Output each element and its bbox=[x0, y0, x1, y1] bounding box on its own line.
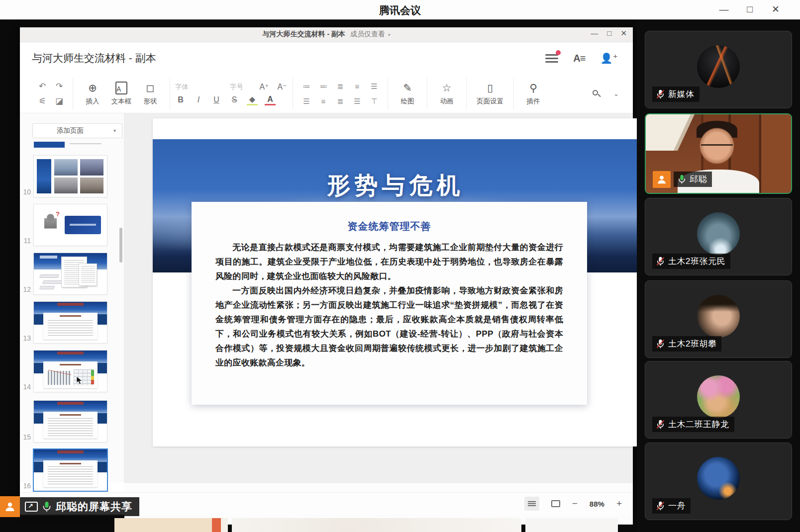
add-page-button[interactable]: 添加页面 ▾ bbox=[32, 123, 108, 138]
minimize-button[interactable]: — bbox=[717, 3, 730, 16]
eraser-button[interactable]: ◪ bbox=[55, 96, 63, 106]
slide-number: 12 bbox=[20, 285, 31, 293]
plugin-button[interactable]: ⚲ 插件 bbox=[519, 82, 548, 106]
notes-toggle-button[interactable] bbox=[524, 497, 539, 511]
participant-tile[interactable]: 一舟 bbox=[645, 443, 792, 520]
font-color-button[interactable]: A bbox=[265, 95, 276, 105]
card-title: 资金统筹管理不善 bbox=[215, 220, 563, 233]
redo-button[interactable]: ↷ bbox=[56, 81, 63, 91]
menu-icon[interactable] bbox=[545, 54, 558, 63]
doc-minimize-button[interactable]: — bbox=[591, 29, 598, 38]
participant-tile[interactable]: 土木二班王静龙 bbox=[645, 361, 792, 439]
zoom-out-button[interactable]: − bbox=[572, 498, 578, 509]
font-size-select[interactable]: 字号 bbox=[230, 83, 252, 91]
numbered-list-button[interactable]: ≕ bbox=[320, 82, 327, 91]
outdent-button[interactable]: ≣ bbox=[337, 82, 344, 91]
host-corner-badge bbox=[0, 496, 20, 517]
tencent-meeting-window: 腾讯会议 — □ ✕ 与河大师生交流材料 - 副本成员仅查看 ▾ — □ ✕ 与… bbox=[0, 0, 800, 532]
mic-muted-icon bbox=[656, 89, 665, 99]
line-spacing-button[interactable]: ☰ bbox=[371, 82, 377, 91]
italic-button[interactable]: I bbox=[193, 95, 204, 104]
share-collaborate-icon[interactable]: 👤⁺ bbox=[600, 52, 618, 64]
insert-button[interactable]: ⊕ 插入 bbox=[78, 82, 107, 106]
slide-number: 13 bbox=[20, 334, 31, 342]
strikethrough-button[interactable]: S bbox=[229, 95, 240, 104]
card-paragraph-1: 无论是直接占款模式还是商票支付模式，均需要建筑施工企业前期垫付大量的资金进行项目… bbox=[215, 240, 563, 283]
view-mode-label[interactable]: 成员仅查看 ▾ bbox=[350, 30, 390, 38]
slide-thumbnail-14[interactable]: 14 bbox=[34, 351, 107, 392]
shared-presentation-window: 与河大师生交流材料 - 副本成员仅查看 ▾ — □ ✕ 与河大师生交流材料 - … bbox=[20, 27, 633, 515]
doc-titlebar-title: 与河大师生交流材料 - 副本 bbox=[263, 30, 345, 38]
highlight-color-button[interactable]: ◆ bbox=[247, 94, 258, 105]
doc-titlebar-text: 与河大师生交流材料 - 副本成员仅查看 ▾ bbox=[20, 30, 633, 39]
plugin-icon: ⚲ bbox=[529, 82, 537, 94]
zoom-in-button[interactable]: + bbox=[616, 498, 622, 509]
mic-muted-icon bbox=[656, 339, 665, 349]
slide-thumbnail-11[interactable]: 11 ? bbox=[34, 204, 107, 246]
draw-button[interactable]: ✎ 绘图 bbox=[393, 82, 422, 106]
slide-thumbnail-16-selected[interactable]: 16 bbox=[34, 449, 107, 491]
doc-maximize-button[interactable]: □ bbox=[607, 29, 611, 38]
underline-button[interactable]: U bbox=[211, 95, 222, 104]
undo-button[interactable]: ↶ bbox=[39, 81, 46, 91]
slide-thumbnail-13[interactable]: 13 bbox=[34, 302, 107, 343]
slide-number: 15 bbox=[20, 433, 31, 441]
fit-slide-button[interactable] bbox=[551, 500, 560, 507]
participant-panel: 新媒体 邱聪 土木2班张元民 bbox=[637, 20, 800, 532]
slide-text-card[interactable]: 资金统筹管理不善 无论是直接占款模式还是商票支付模式，均需要建筑施工企业前期垫付… bbox=[192, 202, 587, 405]
participant-name: 土木二班王静龙 bbox=[668, 419, 729, 430]
current-slide[interactable]: 形势与危机 资金统筹管理不善 无论是直接占款模式还是商票支付模式，均需要建筑施工… bbox=[153, 118, 638, 446]
align-right-button[interactable]: ≣ bbox=[337, 97, 344, 106]
close-button[interactable]: ✕ bbox=[769, 3, 782, 16]
participant-tile[interactable]: 土木2班张元民 bbox=[645, 198, 792, 275]
slide-number: 14 bbox=[20, 383, 31, 391]
collapse-toolbar-icon[interactable]: ⌄ bbox=[613, 90, 619, 97]
add-page-caret[interactable]: ▾ bbox=[107, 123, 122, 138]
animation-button[interactable]: ☆ 动画 bbox=[432, 82, 461, 106]
thumbnail-scrollbar[interactable] bbox=[119, 228, 122, 263]
justify-button[interactable]: ☰ bbox=[354, 97, 360, 106]
doc-close-button[interactable]: ✕ bbox=[620, 29, 627, 38]
animation-icon: ☆ bbox=[442, 82, 452, 94]
draw-icon: ✎ bbox=[403, 82, 412, 94]
meeting-title: 腾讯会议 bbox=[0, 3, 800, 17]
slide-thumbnail-9-partial[interactable] bbox=[34, 142, 107, 149]
slide-thumbnail-10[interactable]: 10 bbox=[34, 156, 107, 197]
slide-number: 10 bbox=[20, 188, 31, 196]
shape-button[interactable]: ◻ 形状 bbox=[136, 82, 165, 106]
bold-button[interactable]: B bbox=[175, 95, 186, 104]
slide-canvas[interactable]: 形势与危机 资金统筹管理不善 无论是直接占款模式还是商票支付模式，均需要建筑施工… bbox=[124, 113, 633, 482]
doc-titlebar[interactable]: 与河大师生交流材料 - 副本成员仅查看 ▾ — □ ✕ bbox=[20, 27, 633, 42]
align-left-button[interactable]: ☰ bbox=[303, 97, 309, 106]
format-painter-button[interactable]: ⚟ bbox=[38, 96, 46, 106]
textbox-button[interactable]: A 文本框 bbox=[107, 82, 136, 106]
meeting-titlebar: 腾讯会议 — □ ✕ bbox=[0, 0, 800, 20]
text-direction-button[interactable]: ⊤ bbox=[371, 97, 377, 106]
participant-name: 新媒体 bbox=[668, 89, 695, 100]
desktop-peek bbox=[525, 518, 618, 532]
avatar bbox=[697, 457, 740, 500]
slide-thumbnail-12[interactable]: 12 bbox=[34, 253, 107, 294]
slide-thumbnail-panel: 添加页面 ▾ 10 11 ? 12 bbox=[20, 113, 124, 482]
font-family-select[interactable]: 字体 bbox=[175, 83, 223, 91]
slide-title: 形势与危机 bbox=[153, 170, 638, 201]
increase-font-button[interactable]: A⁺ bbox=[259, 82, 270, 91]
avatar bbox=[697, 295, 740, 338]
indent-button[interactable]: ≡ bbox=[355, 82, 360, 90]
textbox-icon: A bbox=[115, 82, 127, 94]
align-center-button[interactable]: ≡ bbox=[321, 97, 326, 105]
toolbar: ↶ ↷ ⚟ ◪ ⊕ 插入 A 文本框 ◻ 形状 bbox=[20, 75, 633, 113]
zoom-level[interactable]: 88% bbox=[590, 500, 604, 508]
page-setup-button[interactable]: ▯ 页面设置 bbox=[472, 82, 508, 106]
text-format-icon[interactable]: A≡ bbox=[573, 53, 585, 64]
slide-number: 16 bbox=[20, 482, 31, 490]
slide-thumbnail-15[interactable]: 15 bbox=[34, 401, 107, 442]
maximize-button[interactable]: □ bbox=[743, 3, 756, 16]
host-badge-icon bbox=[653, 171, 671, 188]
bullet-list-button[interactable]: ≔ bbox=[303, 82, 310, 91]
participant-tile-speaking[interactable]: 邱聪 bbox=[645, 113, 792, 194]
search-icon[interactable] bbox=[593, 90, 600, 98]
decrease-font-button[interactable]: A⁻ bbox=[277, 82, 288, 91]
participant-tile[interactable]: 土木2班胡攀 bbox=[645, 280, 792, 358]
participant-tile[interactable]: 新媒体 bbox=[645, 31, 792, 108]
